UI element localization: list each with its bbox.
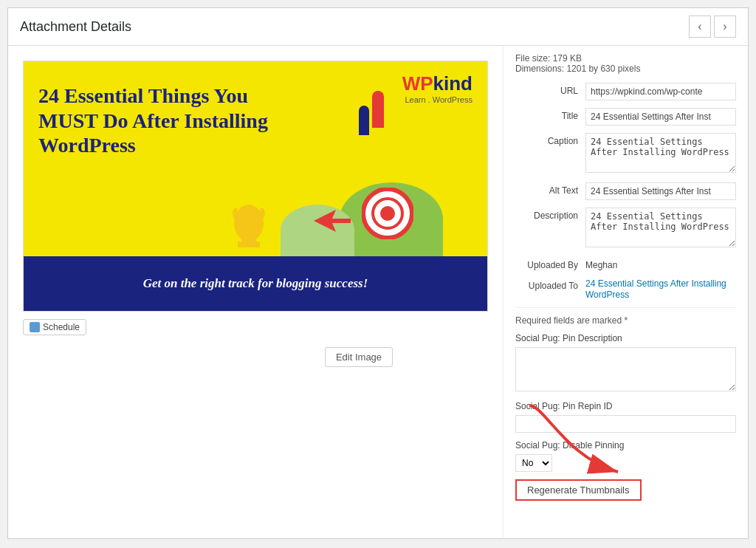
divider-1 [515,307,736,308]
pin-description-textarea[interactable] [515,347,736,391]
uploaded-by-row: Uploaded By Meghan [515,257,736,270]
title-row: Title [515,108,736,126]
uploaded-by-label: Uploaded By [515,257,585,270]
wpkind-text: WPkind [402,72,472,95]
required-note: Required fields are marked * [515,315,736,326]
main-content: 24 Essential Things You MUST Do After In… [8,46,748,538]
description-label: Description [515,208,585,221]
description-value: 24 Essential Settings After Installing W… [585,208,736,250]
image-main-text: 24 Essential Things You MUST Do After In… [38,83,275,158]
uploaded-to-row: Uploaded To 24 Essential Settings After … [515,278,736,300]
schedule-icon [30,322,40,332]
nav-arrows: ‹ › [689,16,736,38]
next-button[interactable]: › [714,16,736,38]
uploaded-to-label: Uploaded To [515,278,585,291]
file-info: File size: 179 KB Dimensions: 1201 by 63… [515,53,736,74]
left-panel: 24 Essential Things You MUST Do After In… [8,46,503,538]
prev-button[interactable]: ‹ [689,16,711,38]
title-input[interactable] [585,108,736,126]
alt-text-input[interactable] [585,182,736,200]
top-bar: Attachment Details ‹ › [8,8,748,46]
dimensions-label: Dimensions: [515,64,564,74]
page-title: Attachment Details [20,19,131,35]
uploaded-to-value: 24 Essential Settings After Installing W… [585,278,736,300]
url-label: URL [515,83,585,96]
image-blue-bar: Get on the right track for blogging succ… [24,256,487,311]
description-textarea[interactable]: 24 Essential Settings After Installing W… [585,208,736,247]
title-label: Title [515,108,585,121]
caption-row: Caption 24 Essential Settings After Inst… [515,133,736,175]
wpkind-wp-text: WP [402,72,433,95]
uploaded-by-value: Meghan [585,257,736,270]
alt-text-value [585,182,736,200]
schedule-label: Schedule [43,322,80,332]
pin-description-label: Social Pug: Pin Description [515,333,736,343]
caption-value: 24 Essential Settings After Installing W… [585,133,736,175]
file-size-label: File size: [515,53,550,64]
image-preview: 24 Essential Things You MUST Do After In… [23,61,488,312]
wpkind-logo: WPkind Learn . WordPress [402,72,472,104]
uploaded-to-link[interactable]: 24 Essential Settings After Installing W… [585,278,726,300]
alt-text-label: Alt Text [515,182,585,196]
wpkind-sub-text: Learn . WordPress [405,95,472,104]
url-row: URL [515,83,736,100]
red-arrow-icon [522,398,625,487]
dimensions-value: 1201 by 630 pixels [566,64,640,74]
right-panel: File size: 179 KB Dimensions: 1201 by 63… [503,46,748,538]
regenerate-section: Regenerate Thumbnails [515,479,736,501]
alt-text-row: Alt Text [515,182,736,200]
image-container: 24 Essential Things You MUST Do After In… [23,61,488,312]
caption-textarea[interactable]: 24 Essential Settings After Installing W… [585,133,736,173]
caption-label: Caption [515,133,585,146]
file-size-value: 179 KB [553,53,582,64]
url-input[interactable] [585,83,736,100]
edit-image-button[interactable]: Edit Image [325,347,393,367]
image-blue-text: Get on the right track for blogging succ… [143,276,368,291]
url-value [585,83,736,100]
title-value [585,108,736,126]
schedule-button[interactable]: Schedule [23,319,86,335]
wpkind-kind-text: kind [433,72,472,95]
description-row: Description 24 Essential Settings After … [515,208,736,250]
